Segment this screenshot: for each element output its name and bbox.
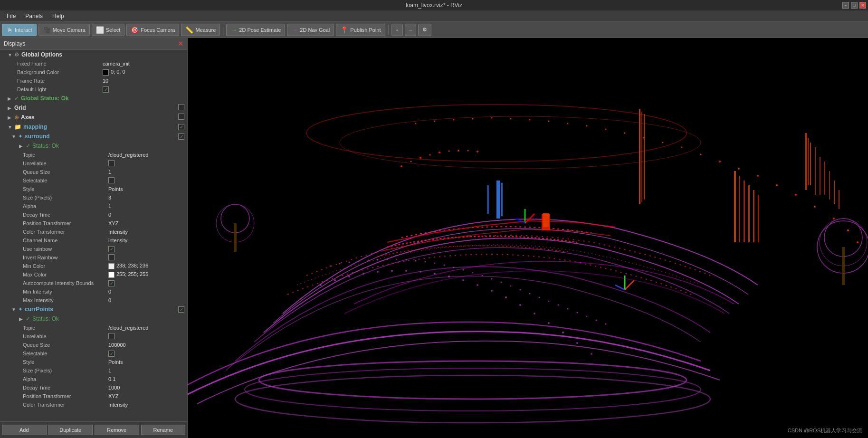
- surround-autocompute-checkbox[interactable]: ✓: [108, 280, 114, 286]
- displays-content[interactable]: ▼ ⚙ Global Options Fixed Frame camera_in…: [0, 50, 187, 421]
- select-button[interactable]: ⬜ Select: [92, 24, 125, 36]
- svg-point-54: [377, 259, 379, 261]
- remove-button[interactable]: Remove: [95, 425, 139, 435]
- remove-display-button[interactable]: −: [405, 24, 416, 36]
- currpoints-style-value: Points: [108, 359, 123, 365]
- currpoints-alpha-label: Alpha: [23, 376, 108, 382]
- duplicate-button[interactable]: Duplicate: [48, 425, 93, 435]
- viewport[interactable]: CSDN @ROS机器人学习与交流: [188, 38, 868, 438]
- currpoints-queue-label: Queue Size: [23, 342, 108, 348]
- interact-label: Interact: [15, 27, 32, 33]
- surround-selectable-checkbox[interactable]: [108, 177, 114, 183]
- currpoints-unreliable-checkbox[interactable]: [108, 333, 114, 339]
- svg-point-117: [420, 157, 421, 159]
- currpoints-status-row[interactable]: ▶ ✓ Status: Ok: [0, 314, 187, 324]
- surround-selectable-row: Selectable: [0, 176, 187, 185]
- mapping-row[interactable]: ▼ 📁 mapping ✓: [0, 122, 187, 132]
- surround-channel-row: Channel Name intensity: [0, 236, 187, 245]
- axes-row[interactable]: ▶ ⊕ Axes: [0, 113, 187, 122]
- svg-point-53: [368, 260, 369, 261]
- minimize-button[interactable]: −: [842, 2, 849, 9]
- currpoints-status-arrow: ▶: [19, 316, 24, 322]
- surround-channel-label: Channel Name: [23, 238, 108, 243]
- surround-pos-transformer-row: Position Transformer XYZ: [0, 219, 187, 228]
- currpoints-selectable-checkbox[interactable]: ✓: [108, 351, 114, 357]
- menu-help[interactable]: Help: [48, 12, 69, 20]
- measure-label: Measure: [195, 27, 216, 33]
- svg-rect-30: [810, 143, 811, 185]
- surround-unreliable-checkbox[interactable]: [108, 160, 114, 166]
- surround-style-row: Style Points: [0, 185, 187, 193]
- currpoints-row[interactable]: ▼ ✦ currPoints ✓: [0, 305, 187, 314]
- maximize-button[interactable]: □: [851, 2, 858, 9]
- surround-unreliable-value: [108, 160, 115, 167]
- displays-close-button[interactable]: ✕: [178, 40, 183, 48]
- surround-invert-rainbow-checkbox[interactable]: [108, 254, 114, 260]
- grid-row[interactable]: ▶ Grid: [0, 103, 187, 113]
- mapping-checkbox[interactable]: ✓: [178, 124, 185, 130]
- currpoints-style-label: Style: [23, 359, 108, 365]
- surround-max-intensity-label: Max Intensity: [23, 297, 108, 303]
- surround-checkbox[interactable]: ✓: [178, 133, 185, 140]
- svg-point-83: [377, 271, 379, 273]
- default-light-value: ✓: [103, 86, 110, 93]
- svg-point-11: [567, 123, 569, 124]
- add-button[interactable]: Add: [2, 425, 47, 435]
- global-status-label: Global Status: Ok: [21, 95, 69, 102]
- surround-row[interactable]: ▼ ✦ surround ✓: [0, 132, 187, 141]
- currpoints-unreliable-row: Unreliable: [0, 332, 187, 341]
- currpoints-checkbox[interactable]: ✓: [178, 306, 185, 313]
- nav-goal-label: 2D Nav Goal: [300, 27, 330, 33]
- menu-file[interactable]: File: [2, 12, 20, 20]
- min-color-swatch: [108, 263, 114, 269]
- surround-min-color-value: 238; 238; 236: [108, 263, 148, 269]
- currpoints-color-transformer-value: Intensity: [108, 402, 128, 408]
- publish-point-button[interactable]: 📍 Publish Point: [336, 24, 385, 36]
- svg-point-78: [605, 324, 607, 325]
- nav-goal-button[interactable]: → 2D Nav Goal: [287, 24, 334, 36]
- frame-rate-label: Frame Rate: [17, 78, 103, 84]
- menubar: File Panels Help: [0, 10, 868, 22]
- surround-rainbow-checkbox[interactable]: ✓: [108, 246, 114, 252]
- svg-point-4: [434, 121, 436, 122]
- currpoints-color-transformer-label: Color Transformer: [23, 402, 108, 408]
- pose-icon: →: [230, 26, 237, 34]
- grid-checkbox[interactable]: [178, 104, 185, 112]
- svg-rect-29: [808, 138, 809, 185]
- svg-point-77: [596, 320, 597, 321]
- default-light-checkbox[interactable]: ✓: [103, 86, 109, 93]
- move-camera-button[interactable]: 🎥 Move Camera: [38, 24, 90, 36]
- svg-point-17: [681, 147, 683, 148]
- rename-button[interactable]: Rename: [141, 425, 186, 435]
- titlebar: loam_livox.rviz* - RViz − □ ✕: [0, 0, 868, 10]
- currpoints-checkbox-box: ✓: [178, 306, 184, 313]
- measure-button[interactable]: 📏 Measure: [181, 24, 220, 36]
- interact-button[interactable]: 🖱 Interact: [2, 24, 37, 36]
- menu-panels[interactable]: Panels: [20, 12, 48, 20]
- mapping-folder-icon: 📁: [14, 124, 21, 130]
- svg-point-8: [510, 118, 512, 120]
- publish-point-label: Publish Point: [350, 27, 381, 33]
- svg-point-121: [458, 150, 459, 152]
- svg-point-22: [776, 184, 778, 186]
- currpoints-size-row: Size (Pixels) 1: [0, 366, 187, 375]
- focus-camera-button[interactable]: 🎯 Focus Camera: [126, 24, 179, 36]
- currpoints-pos-transformer-row: Position Transformer XYZ: [0, 392, 187, 400]
- add-display-button[interactable]: +: [391, 24, 403, 36]
- surround-status-row[interactable]: ▶ ✓ Status: Ok: [0, 141, 187, 151]
- surround-alpha-label: Alpha: [23, 203, 108, 209]
- axes-checkbox[interactable]: [178, 114, 185, 121]
- svg-point-60: [434, 263, 436, 264]
- background-color-row: Background Color 0; 0; 0: [0, 68, 187, 76]
- close-button[interactable]: ✕: [859, 2, 866, 9]
- fixed-frame-value: camera_init: [103, 61, 130, 67]
- surround-style-label: Style: [23, 186, 108, 192]
- global-options-row[interactable]: ▼ ⚙ Global Options: [0, 50, 187, 59]
- settings-button[interactable]: ⚙: [418, 24, 431, 36]
- pose-estimate-button[interactable]: → 2D Pose Estimate: [226, 24, 285, 36]
- svg-point-71: [539, 297, 540, 298]
- currpoints-decay-value: 1000: [108, 385, 120, 390]
- svg-point-74: [567, 308, 569, 310]
- surround-topic-row: Topic /cloud_registered: [0, 151, 187, 159]
- global-status-row[interactable]: ▶ ✓ Global Status: Ok: [0, 94, 187, 103]
